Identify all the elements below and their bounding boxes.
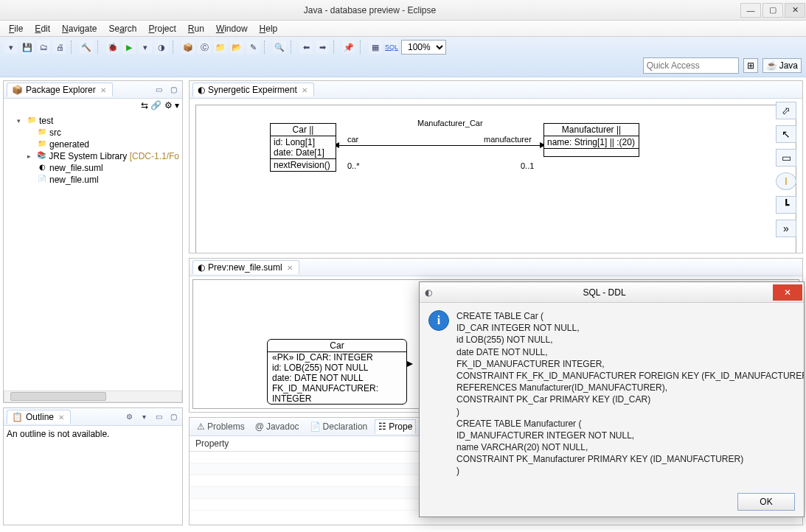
ok-button[interactable]: OK [737, 493, 795, 511]
preview-table-car[interactable]: Car «PK» ID_CAR: INTEGER id: LOB(255) NO… [267, 339, 407, 405]
nav-back-icon[interactable]: ⬅ [299, 41, 313, 54]
menubar: File Edit Navigate Search Project Run Wi… [0, 21, 806, 37]
tree-project[interactable]: test [39, 116, 53, 126]
folder-icon: 📁 [37, 139, 47, 150]
palette-more-icon[interactable]: » [776, 220, 796, 237]
java-perspective-button[interactable]: ☕ Java [762, 58, 802, 73]
view-menu-icon[interactable]: ▾ [138, 412, 150, 422]
close-icon[interactable]: ✕ [57, 413, 66, 421]
association-name: Manufacturer_Car [417, 119, 483, 127]
sql-ddl-dialog: ◐ SQL - DDL ✕ i CREATE TABLE Car ( ID_CA… [419, 281, 805, 517]
editor-tab-synergetic[interactable]: ◐ Synergetic Expeirment ✕ [192, 83, 314, 97]
menu-navigate[interactable]: Navigate [58, 22, 101, 35]
zoom-select[interactable]: 100% [401, 40, 446, 55]
palette-select-icon[interactable]: ⬀ [776, 102, 796, 119]
menu-search[interactable]: Search [104, 22, 141, 35]
maximize-view-icon[interactable]: ▢ [167, 85, 179, 95]
new-icon[interactable]: ▾ [4, 41, 18, 54]
tree-item[interactable]: generated [49, 139, 89, 150]
menu-file[interactable]: File [4, 22, 27, 35]
outline-gear-icon[interactable]: ⚙ [123, 412, 135, 422]
folder-icon: 📁 [37, 127, 47, 138]
info-icon: i [428, 310, 449, 331]
menu-window[interactable]: Window [212, 22, 252, 35]
mult-right: 0..1 [521, 161, 534, 170]
view-menu-icon[interactable]: ▾ [175, 100, 179, 111]
close-icon[interactable]: ✕ [285, 264, 294, 272]
newclass-icon[interactable]: Ⓒ [198, 41, 211, 54]
eclipse-icon: ◐ [420, 287, 437, 298]
tree-item[interactable]: src [49, 127, 61, 138]
pin-icon[interactable]: 📌 [342, 41, 355, 54]
window-titlebar: Java - database preview - Eclipse — ▢ ✕ [0, 0, 806, 21]
tab-javadoc[interactable]: @ Javadoc [252, 419, 302, 434]
menu-run[interactable]: Run [184, 22, 209, 35]
saveall-icon[interactable]: 🗂 [37, 41, 50, 54]
close-button[interactable]: ✕ [785, 3, 805, 18]
menu-help[interactable]: Help [255, 22, 282, 35]
editor-tab-preview[interactable]: ◐ Prev:new_file.suml ✕ [192, 260, 299, 274]
mult-left: 0..* [347, 161, 360, 170]
outline-tab[interactable]: 📋 Outline ✕ [7, 410, 71, 424]
run-icon[interactable]: ▶ [122, 41, 136, 54]
runlast-icon[interactable]: ▾ [139, 41, 152, 54]
diagram-palette: ⬀ ↖ ▭ I ┗ » [771, 102, 801, 237]
sql-text: CREATE TABLE Car ( ID_CAR INTEGER NOT NU… [456, 310, 804, 480]
tab-declaration[interactable]: 📄 Declaration [307, 419, 371, 434]
close-icon[interactable]: ✕ [99, 86, 108, 94]
tree-item[interactable]: JRE System Library [CDC-1.1/Fo [49, 151, 179, 161]
uml-class-manufacturer[interactable]: Manufacturer || name: String[1] || :(20) [543, 123, 639, 157]
minimize-view-icon[interactable]: ▭ [153, 412, 164, 422]
diagram-canvas[interactable]: Manufacturer_Car car manufacturer 0..* 0… [190, 99, 802, 253]
search-icon[interactable]: 🔍 [273, 41, 286, 54]
tree-item[interactable]: new_file.uml [49, 175, 99, 185]
filter-icon[interactable]: ⚙ [164, 100, 173, 111]
newpkg-icon[interactable]: 📦 [181, 41, 195, 54]
package-explorer-tab[interactable]: 📦 Package Explorer ✕ [7, 83, 113, 97]
minimize-button[interactable]: — [740, 3, 761, 18]
dialog-close-button[interactable]: ✕ [773, 284, 802, 301]
suml-icon: ◐ [37, 163, 47, 173]
uml-class-car[interactable]: Car || id: Long[1] date: Date[1] nextRev… [270, 123, 336, 172]
horizontal-scrollbar[interactable] [4, 391, 182, 402]
palette-class-icon[interactable]: ▭ [776, 149, 796, 167]
tab-properties[interactable]: ☷ Prope [375, 419, 416, 434]
window-title: Java - database preview - Eclipse [0, 5, 740, 15]
toolbar-band: ▾ 💾 🗂 🖨 🔨 🐞 ▶ ▾ ◑ 📦 Ⓒ 📁 📂 ✎ 🔍 ⬅ ➡ 📌 ▦ SQ… [0, 37, 806, 77]
coverage-icon[interactable]: ◑ [155, 41, 168, 54]
minimize-view-icon[interactable]: ▭ [153, 85, 164, 95]
tree-item[interactable]: new_file.suml [49, 163, 103, 173]
grid-icon[interactable]: ▦ [369, 41, 382, 54]
role-left: car [347, 135, 358, 144]
tab-problems[interactable]: ⚠ Problems [194, 419, 248, 434]
outline-empty-text: An outline is not available. [7, 429, 109, 439]
maximize-view-icon[interactable]: ▢ [167, 412, 179, 422]
maximize-button[interactable]: ▢ [762, 3, 783, 18]
link-editor-icon[interactable]: 🔗 [150, 100, 161, 111]
save-icon[interactable]: 💾 [21, 41, 34, 54]
uml-icon: 📄 [37, 175, 47, 185]
sql-icon[interactable]: SQL [385, 41, 398, 54]
outline-body: An outline is not available. [4, 426, 182, 525]
openfile-icon[interactable]: 📂 [230, 41, 243, 54]
print-icon[interactable]: 🖨 [53, 41, 66, 54]
dialog-title: SQL - DDL [437, 287, 771, 298]
close-icon[interactable]: ✕ [300, 86, 309, 94]
palette-info-icon[interactable]: I [776, 172, 796, 190]
newfolder-icon[interactable]: 📁 [214, 41, 227, 54]
role-right: manufacturer [484, 135, 532, 144]
palette-link-icon[interactable]: ┗ [776, 196, 796, 214]
nav-fwd-icon[interactable]: ➡ [316, 41, 329, 54]
quick-access-input[interactable] [643, 57, 739, 74]
collapse-all-icon[interactable]: ⇆ [141, 100, 148, 111]
build-icon[interactable]: 🔨 [80, 41, 93, 54]
open-perspective-button[interactable]: ⊞ [743, 58, 758, 73]
menu-project[interactable]: Project [144, 22, 180, 35]
debug-icon[interactable]: 🐞 [106, 41, 119, 54]
edit-icon[interactable]: ✎ [246, 41, 260, 54]
library-icon: 📚 [37, 151, 47, 161]
package-explorer-tree[interactable]: ▾📁test 📁src 📁generated ▸📚JRE System Libr… [4, 112, 182, 391]
menu-edit[interactable]: Edit [30, 22, 55, 35]
palette-cursor-icon[interactable]: ↖ [776, 125, 796, 143]
